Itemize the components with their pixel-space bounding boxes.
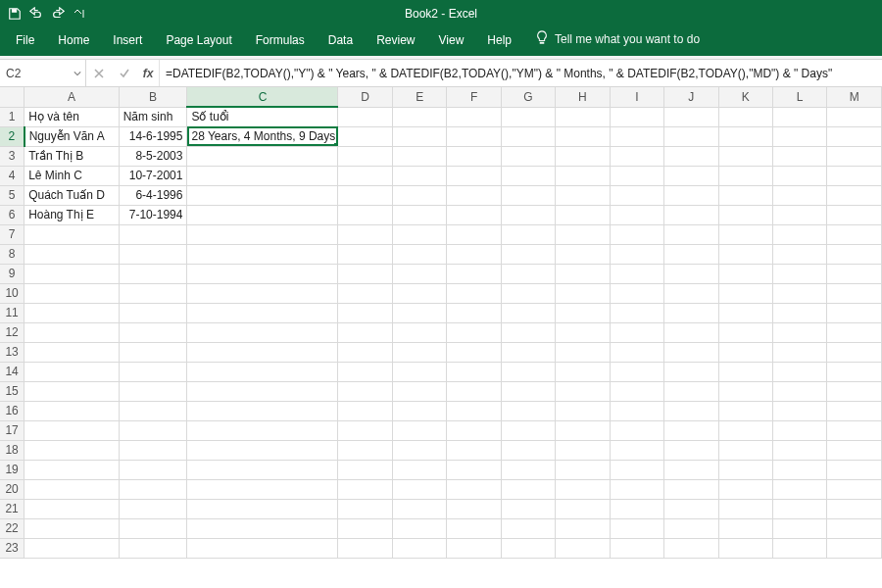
cell[interactable] xyxy=(664,303,718,322)
col-header-A[interactable]: A xyxy=(24,87,120,107)
cell[interactable] xyxy=(392,322,446,342)
cell[interactable] xyxy=(772,224,826,244)
cell[interactable] xyxy=(827,107,882,126)
cell[interactable] xyxy=(24,440,120,460)
cell[interactable] xyxy=(119,518,187,538)
cell[interactable] xyxy=(772,440,826,460)
cell[interactable] xyxy=(772,166,826,185)
tab-data[interactable]: Data xyxy=(317,26,365,56)
cell[interactable] xyxy=(501,440,555,460)
cell[interactable] xyxy=(664,499,718,518)
cell[interactable] xyxy=(718,205,772,224)
row-header[interactable]: 7 xyxy=(0,224,24,244)
cell[interactable] xyxy=(772,362,826,381)
cell[interactable] xyxy=(24,460,120,479)
cell[interactable] xyxy=(338,420,392,440)
cell[interactable] xyxy=(187,303,338,322)
cell[interactable] xyxy=(187,440,338,460)
cell[interactable] xyxy=(772,479,826,499)
cell[interactable] xyxy=(718,420,772,440)
cell[interactable] xyxy=(556,107,610,126)
cell[interactable] xyxy=(501,381,555,401)
cell[interactable] xyxy=(664,362,718,381)
cell[interactable] xyxy=(187,420,338,440)
cell[interactable]: 28 Years, 4 Months, 9 Days xyxy=(187,126,338,146)
cell[interactable] xyxy=(718,440,772,460)
cell[interactable] xyxy=(718,283,772,303)
cell[interactable] xyxy=(556,126,610,146)
cell[interactable] xyxy=(718,362,772,381)
row-header[interactable]: 3 xyxy=(0,146,24,166)
cell[interactable] xyxy=(610,401,663,420)
cell[interactable] xyxy=(610,224,663,244)
cell[interactable] xyxy=(447,440,501,460)
cell[interactable] xyxy=(772,126,826,146)
cell[interactable] xyxy=(501,499,555,518)
cell[interactable] xyxy=(187,205,338,224)
cell[interactable] xyxy=(392,126,446,146)
cell[interactable] xyxy=(338,107,392,126)
cell[interactable] xyxy=(610,420,663,440)
cell[interactable] xyxy=(827,401,882,420)
cell[interactable] xyxy=(24,420,120,440)
cell[interactable] xyxy=(556,264,610,283)
cell[interactable] xyxy=(447,244,501,264)
cell[interactable] xyxy=(447,185,501,205)
cell[interactable] xyxy=(392,479,446,499)
cell[interactable] xyxy=(556,440,610,460)
cell[interactable] xyxy=(718,401,772,420)
cell[interactable] xyxy=(119,381,187,401)
cell[interactable] xyxy=(827,322,882,342)
cell[interactable] xyxy=(24,342,120,362)
col-header-C[interactable]: C xyxy=(187,87,338,107)
cell[interactable] xyxy=(772,518,826,538)
cell[interactable] xyxy=(338,518,392,538)
cell[interactable] xyxy=(664,322,718,342)
cell[interactable] xyxy=(447,362,501,381)
cell[interactable] xyxy=(338,460,392,479)
cell[interactable] xyxy=(664,440,718,460)
cell[interactable] xyxy=(827,460,882,479)
cell[interactable] xyxy=(338,166,392,185)
cell[interactable] xyxy=(610,342,663,362)
cell[interactable] xyxy=(610,107,663,126)
cell[interactable] xyxy=(718,518,772,538)
cell[interactable]: 8-5-2003 xyxy=(119,146,187,166)
cell[interactable] xyxy=(664,205,718,224)
cell[interactable] xyxy=(338,381,392,401)
cell[interactable] xyxy=(664,479,718,499)
cell[interactable] xyxy=(119,303,187,322)
cell[interactable] xyxy=(24,518,120,538)
cell[interactable] xyxy=(501,264,555,283)
cell[interactable] xyxy=(827,538,882,558)
cell[interactable] xyxy=(338,244,392,264)
cell[interactable] xyxy=(610,479,663,499)
enter-formula-button[interactable] xyxy=(112,68,137,79)
select-all-corner[interactable] xyxy=(0,87,24,107)
col-header-H[interactable]: H xyxy=(556,87,610,107)
cell[interactable] xyxy=(718,166,772,185)
cell[interactable] xyxy=(827,264,882,283)
insert-function-button[interactable]: fx xyxy=(137,67,159,80)
cell[interactable] xyxy=(338,224,392,244)
customize-qat-icon[interactable] xyxy=(73,7,86,21)
cell[interactable] xyxy=(392,499,446,518)
cell[interactable] xyxy=(664,146,718,166)
cell[interactable] xyxy=(392,420,446,440)
cell[interactable] xyxy=(187,460,338,479)
cell[interactable] xyxy=(119,420,187,440)
cell[interactable] xyxy=(119,401,187,420)
row-header[interactable]: 16 xyxy=(0,401,24,420)
cell[interactable] xyxy=(501,146,555,166)
cell[interactable] xyxy=(24,322,120,342)
cell[interactable] xyxy=(338,185,392,205)
cell[interactable] xyxy=(24,224,120,244)
cell[interactable] xyxy=(772,381,826,401)
row-header[interactable]: 20 xyxy=(0,479,24,499)
cell[interactable] xyxy=(772,146,826,166)
cell[interactable] xyxy=(187,244,338,264)
cell[interactable] xyxy=(392,224,446,244)
row-header[interactable]: 21 xyxy=(0,499,24,518)
cell[interactable] xyxy=(447,264,501,283)
undo-icon[interactable] xyxy=(29,7,43,21)
